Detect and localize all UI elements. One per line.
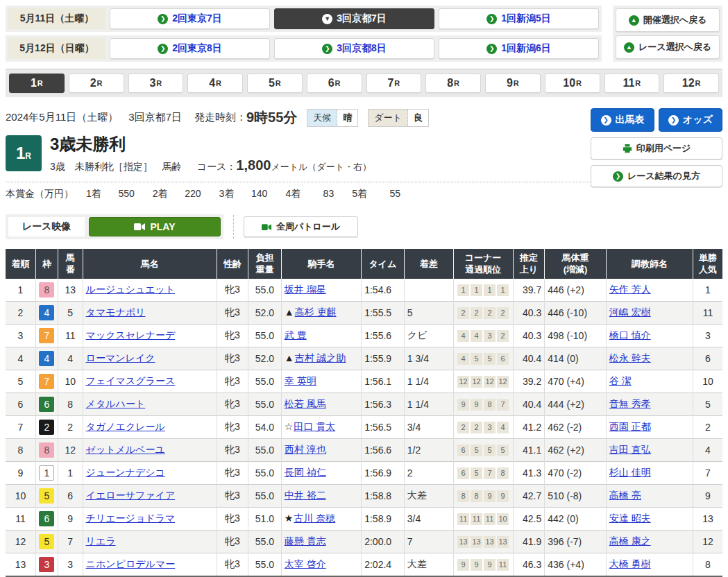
shutsuba-button[interactable]: ❯ 出馬表 xyxy=(591,108,654,132)
back-to-kaisai-button[interactable]: ▲ 開催選択へ戻る xyxy=(616,8,720,32)
horse-body-weight: 462 (+2) xyxy=(545,439,607,462)
jockey-name-link[interactable]: 長岡 禎仁 xyxy=(285,467,326,478)
horse-name-link[interactable]: フェイマスグラース xyxy=(86,375,176,386)
horse-name-link[interactable]: ローマンレイク xyxy=(86,352,155,363)
last-3f-time: 39.2 xyxy=(513,370,545,393)
arrow-up-icon: ▲ xyxy=(624,42,634,53)
meeting-button-kyoto8[interactable]: ❯ 3回京都8日 xyxy=(274,38,434,59)
race-tab-1R[interactable]: 1R xyxy=(9,74,65,93)
race-tab-2R[interactable]: 2R xyxy=(69,74,124,93)
trainer-name-link[interactable]: 吉田 直弘 xyxy=(609,444,651,455)
trainer-name-link[interactable]: 安達 昭夫 xyxy=(609,513,651,524)
horse-name-link[interactable]: リエラ xyxy=(86,535,116,546)
race-tab-7R[interactable]: 7R xyxy=(366,74,422,93)
horse-name-link[interactable]: チリエージョドラマ xyxy=(86,513,176,524)
corner-position: 2 xyxy=(471,422,482,433)
result-row: 668メタルハート牝355.0松若 風馬1:56.31 1/4998740.44… xyxy=(6,393,722,416)
trainer-name-link[interactable]: 矢作 芳人 xyxy=(609,284,651,295)
corner-position: 13 xyxy=(497,536,509,548)
jockey-name-link[interactable]: 松若 風馬 xyxy=(285,398,326,409)
frame-badge: 6 xyxy=(39,511,54,526)
jockey-cell: 坂井 瑠星 xyxy=(281,279,361,302)
carried-weight: 55.0 xyxy=(248,279,282,302)
horse-name-link[interactable]: ルージュシュエット xyxy=(86,284,176,295)
horse-name-link[interactable]: マックスセレナーデ xyxy=(86,329,176,341)
odds-button[interactable]: ❯ オッズ xyxy=(659,108,722,132)
race-tab-6R[interactable]: 6R xyxy=(307,74,362,93)
meeting-button-niigata5[interactable]: ❯ 1回新潟5日 xyxy=(439,8,599,29)
corner-position: 5 xyxy=(471,353,482,365)
race-tab-8R[interactable]: 8R xyxy=(425,74,481,93)
frame-badge: 4 xyxy=(39,351,54,366)
sex-age: 牝3 xyxy=(217,508,248,531)
arrow-right-icon: ❯ xyxy=(601,115,611,126)
jockey-name-link[interactable]: 古川 奈穂 xyxy=(294,513,335,524)
trainer-name-link[interactable]: 大橋 勇樹 xyxy=(609,558,651,569)
race-date: 2024年5月11日（土曜） 3回京都7日 xyxy=(6,111,182,124)
trainer-name-link[interactable]: 音無 秀孝 xyxy=(609,398,651,409)
jockey-name-link[interactable]: 中井 裕二 xyxy=(285,490,326,501)
corner-position: 8 xyxy=(471,490,482,502)
trainer-name-link[interactable]: 橋口 慎介 xyxy=(609,329,651,341)
horse-name-link[interactable]: ニホンピロデルマー xyxy=(86,558,176,569)
race-tab-3R[interactable]: 3R xyxy=(128,74,184,93)
race-tab-9R[interactable]: 9R xyxy=(485,74,541,93)
trainer-name-link[interactable]: 松永 幹夫 xyxy=(609,352,651,363)
prize-item: 1着550 xyxy=(86,188,153,200)
trainer-name-link[interactable]: 高橋 康之 xyxy=(609,535,651,546)
win-popularity: 1 xyxy=(693,279,722,302)
finish-position: 11 xyxy=(6,508,35,531)
race-tab-4R[interactable]: 4R xyxy=(187,74,243,93)
horse-name-link[interactable]: メタルハート xyxy=(86,398,146,409)
trainer-name-link[interactable]: 河嶋 宏樹 xyxy=(609,307,651,318)
result-guide-button[interactable]: ❯ レース結果の見方 xyxy=(591,165,722,187)
race-tab-11R[interactable]: 11R xyxy=(604,74,660,93)
arrow-right-icon: ❯ xyxy=(158,44,168,54)
jockey-cell: 武 豊 xyxy=(281,325,361,347)
horse-name-cell: イエローサファイア xyxy=(83,485,217,508)
print-page-button[interactable]: 印刷用ページ xyxy=(591,137,722,160)
corner-position: 6 xyxy=(457,445,469,456)
horse-name-link[interactable]: タガノエクレール xyxy=(86,421,165,432)
jockey-name-link[interactable]: 田口 貫太 xyxy=(294,421,335,432)
frame-number-cell: 3 xyxy=(35,553,58,577)
trainer-name-link[interactable]: 杉山 佳明 xyxy=(609,467,651,478)
jockey-name-link[interactable]: 武 豊 xyxy=(285,329,307,341)
jockey-cell: 中井 裕二 xyxy=(281,485,361,508)
finish-position: 6 xyxy=(6,393,35,416)
horse-name-link[interactable]: イエローサファイア xyxy=(86,490,176,501)
race-tab-5R[interactable]: 5R xyxy=(247,74,303,93)
finish-time: 1:55.9 xyxy=(362,347,405,370)
meeting-button-tokyo7[interactable]: ❯ 2回東京7日 xyxy=(110,8,270,29)
course-label: コース： xyxy=(197,161,237,172)
corner-position: 2 xyxy=(457,307,469,319)
jockey-name-link[interactable]: 藤懸 貴志 xyxy=(285,535,326,546)
horse-name-cell: リエラ xyxy=(83,531,217,553)
jockey-name-link[interactable]: 坂井 瑠星 xyxy=(285,284,326,295)
jockey-name-link[interactable]: 吉村 誠之助 xyxy=(295,352,346,363)
back-to-race-select-button[interactable]: ▲ レース選択へ戻る xyxy=(616,35,720,59)
jockey-name-link[interactable]: 西村 淳也 xyxy=(285,444,326,455)
margin: 3/4 xyxy=(404,508,453,531)
corner-position: 8 xyxy=(484,399,496,411)
blue-button-row: ❯ 出馬表 ❯ オッズ xyxy=(591,108,722,132)
play-button[interactable]: PLAY xyxy=(89,217,221,236)
jockey-name-link[interactable]: 太宰 啓介 xyxy=(285,558,326,569)
jockey-name-link[interactable]: 高杉 吏麒 xyxy=(295,307,337,318)
last-3f-time: 42.5 xyxy=(513,508,545,531)
meeting-button-kyoto7-selected[interactable]: ▼ 3回京都7日 xyxy=(274,8,434,29)
race-tab-10R[interactable]: 10R xyxy=(545,74,600,93)
patrol-video-button[interactable]: 全周パトロール xyxy=(244,216,358,237)
horse-name-cell: ゼットメルベーユ xyxy=(83,439,217,462)
finish-position: 12 xyxy=(6,531,35,553)
trainer-name-link[interactable]: 谷 潔 xyxy=(609,375,632,386)
trainer-name-link[interactable]: 西園 正都 xyxy=(609,421,651,432)
horse-name-link[interactable]: タマモナポリ xyxy=(86,307,146,318)
race-tab-12R[interactable]: 12R xyxy=(663,74,719,93)
horse-name-link[interactable]: ジューンナデシコ xyxy=(86,467,165,478)
trainer-name-link[interactable]: 高橋 亮 xyxy=(609,490,641,501)
meeting-button-tokyo8[interactable]: ❯ 2回東京8日 xyxy=(110,38,270,59)
horse-name-link[interactable]: ゼットメルベーユ xyxy=(86,444,165,455)
meeting-button-niigata6[interactable]: ❯ 1回新潟6日 xyxy=(439,38,599,59)
jockey-name-link[interactable]: 幸 英明 xyxy=(285,375,316,386)
